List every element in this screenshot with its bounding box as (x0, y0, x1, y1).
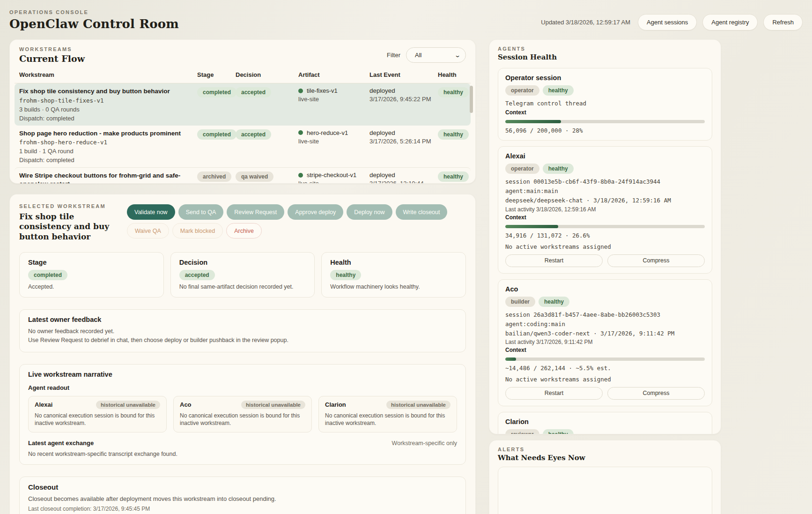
context-label: Context (505, 214, 705, 221)
write-closeout-button[interactable]: Write closeout (396, 204, 448, 220)
agent-health-badge: healthy (543, 429, 574, 434)
artifact-target: live-site (298, 96, 369, 103)
health-card-title: Health (330, 259, 457, 266)
decision-badge: accepted (236, 87, 271, 97)
review-request-button[interactable]: Review Request (227, 204, 284, 220)
artifact-status-dot (298, 89, 303, 93)
compress-button[interactable]: Compress (607, 254, 705, 267)
event-type: deployed (369, 87, 438, 94)
event-time: 3/17/2026, 5:26:14 PM (369, 138, 438, 145)
table-row[interactable]: Fix shop tile consistency and buy button… (15, 83, 471, 126)
agent-session-line: Telegram control thread (505, 99, 705, 108)
col-decision: Decision (236, 71, 298, 78)
artifact-status-dot (298, 130, 303, 135)
restart-button[interactable]: Restart (505, 254, 603, 267)
workstream-title: Fix shop tile consistency and buy button… (19, 87, 197, 96)
filter-control: Filter All ⌄ (387, 47, 466, 63)
context-label: Context (505, 347, 705, 353)
artifact-name: hero-reduce-v1 (307, 129, 348, 136)
compress-button[interactable]: Compress (607, 387, 705, 400)
exchange-note: No recent workstream-specific transcript… (28, 451, 457, 457)
context-progress-bar (505, 225, 705, 228)
agent-name: Alexai (505, 152, 705, 160)
owner-feedback-card: Latest owner feedback No owner feedback … (19, 309, 466, 352)
agent-sessions-button[interactable]: Agent sessions (638, 14, 697, 30)
readout-status-badge: historical unavailable (96, 401, 160, 409)
agents-panel: AGENTS Session Health Operator session o… (489, 39, 721, 434)
context-usage-text: ~14,486 / 262,144 · ~5.5% est. (505, 365, 705, 372)
owner-feedback-title: Latest owner feedback (28, 316, 457, 323)
decision-card-badge: accepted (179, 270, 215, 280)
stage-badge: completed (197, 87, 236, 97)
col-last-event: Last Event (369, 71, 438, 78)
col-workstream: Workstream (19, 71, 197, 78)
readout-status-badge: historical unavailable (386, 401, 450, 409)
agent-readout-grid: Alexai historical unavailable No canonic… (28, 396, 457, 432)
artifact-target: live-site (298, 138, 369, 145)
workstream-dispatch: Dispatch: completed (19, 115, 197, 122)
mark-blocked-button[interactable]: Mark blocked (172, 223, 223, 238)
table-scrollbar-thumb[interactable] (470, 86, 473, 113)
health-badge: healthy (438, 171, 469, 182)
health-card: Health healthy Workflow machinery looks … (321, 252, 466, 298)
alerts-title: What Needs Eyes Now (498, 454, 712, 462)
page-title: OpenClaw Control Room (9, 17, 179, 31)
decision-badge: qa waived (236, 171, 273, 182)
health-card-note: Workflow machinery looks healthy. (330, 283, 457, 290)
agent-role-badge: reviewer (505, 429, 539, 434)
agent-card-operator-session: Operator session operator healthy Telegr… (498, 68, 712, 141)
agent-session-id: session 26a3d81f-b457-4aee-8abe-bb26003c… (505, 311, 705, 319)
artifact-target: live-site (298, 180, 369, 184)
artifact-status-dot (298, 173, 303, 178)
agent-health-badge: healthy (543, 85, 574, 96)
table-row[interactable]: Wire Stripe checkout buttons for frohm-g… (15, 167, 471, 184)
selected-workstream-card: SELECTED WORKSTREAM Fix shop tile consis… (9, 194, 476, 514)
agent-name: Operator session (505, 74, 705, 82)
agents-eyebrow: AGENTS (498, 46, 712, 52)
agent-name: Aco (505, 285, 705, 293)
archive-button[interactable]: Archive (226, 223, 262, 238)
health-badge: healthy (438, 129, 469, 140)
context-label: Context (505, 109, 705, 116)
agent-health-badge: healthy (539, 297, 569, 307)
event-time: 3/17/2026, 12:10:44 (369, 180, 438, 184)
filter-label: Filter (387, 52, 400, 59)
readout-note: No canonical execution session is bound … (325, 412, 450, 427)
event-type: deployed (369, 171, 438, 179)
readout-note: No canonical execution session is bound … (35, 412, 160, 427)
header: OPERATIONS CONSOLE OpenClaw Control Room… (9, 9, 803, 31)
agent-role-badge: operator (505, 85, 539, 96)
readout-agent-name: Aco (180, 401, 192, 408)
table-header: Workstream Stage Decision Artifact Last … (15, 64, 471, 83)
context-usage-text: 34,916 / 131,072 · 26.6% (505, 232, 705, 239)
agent-last-activity: Last activity 3/17/2026, 9:11:42 PM (505, 339, 705, 345)
agent-session-id: session 00013e5b-cb6f-43f9-8b0a-24f914ac… (505, 178, 705, 186)
decision-card-note: No final same-artifact decision recorded… (179, 283, 306, 290)
agent-card-aco: Aco builder healthy session 26a3d81f-b45… (498, 279, 712, 406)
approve-deploy-button[interactable]: Approve deploy (288, 204, 343, 220)
refresh-button[interactable]: Refresh (763, 14, 803, 30)
send-to-qa-button[interactable]: Send to QA (178, 204, 224, 220)
waive-qa-button[interactable]: Waive QA (127, 223, 169, 238)
context-progress-bar (505, 120, 705, 123)
restart-button[interactable]: Restart (505, 387, 603, 400)
agent-registry-button[interactable]: Agent registry (702, 14, 758, 30)
deploy-now-button[interactable]: Deploy now (347, 204, 392, 220)
readout-status-badge: historical unavailable (241, 401, 305, 409)
decision-card: Decision accepted No final same-artifact… (170, 252, 315, 298)
event-type: deployed (369, 129, 438, 136)
agent-assignment: No active workstreams assigned (505, 243, 705, 250)
readout-card-clarion: Clarion historical unavailable No canoni… (318, 396, 457, 432)
validate-now-button[interactable]: Validate now (127, 204, 175, 220)
agent-card-alexai: Alexai operator healthy session 00013e5b… (498, 146, 712, 273)
artifact-name: stripe-checkout-v1 (307, 171, 356, 179)
stage-badge: archived (197, 171, 231, 182)
table-row[interactable]: Shop page hero reduction - make products… (15, 126, 471, 168)
selected-workstream-header: SELECTED WORKSTREAM Fix shop tile consis… (19, 203, 127, 242)
agent-model: deepseek/deepseek-chat · 3/18/2026, 12:5… (505, 196, 705, 205)
col-artifact: Artifact (298, 71, 369, 78)
agent-card-clarion: Clarion reviewer healthy session 2fce892… (498, 412, 712, 434)
stage-card-note: Accepted. (28, 283, 155, 290)
filter-select[interactable]: All ⌄ (406, 47, 466, 63)
closeout-body: Closeout becomes available after deploym… (28, 495, 457, 503)
